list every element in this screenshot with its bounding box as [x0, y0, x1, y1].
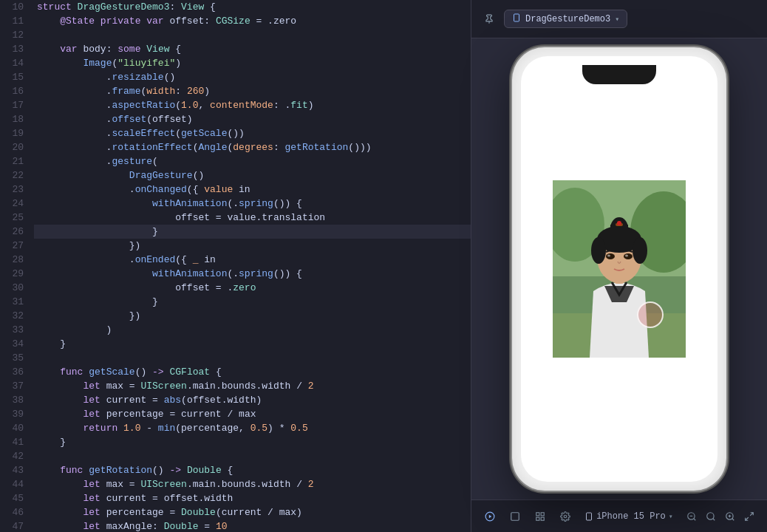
code-line-40: return 1.0 - min(percentage, 0.5) * 0.5 — [34, 421, 471, 435]
portrait-image — [553, 180, 686, 358]
cursor-circle — [637, 301, 664, 328]
code-line-45: let current = offset.width — [34, 491, 471, 505]
zoom-out-button[interactable] — [683, 508, 700, 525]
code-line-21: .gesture( — [34, 154, 471, 168]
code-line-14: Image("liuyifei") — [34, 56, 471, 70]
zoom-controls — [683, 508, 758, 525]
preview-panel: DragGestureDemo3 ▾ — [471, 0, 767, 532]
code-line-11: @State private var offset: CGSize = .zer… — [34, 14, 471, 28]
bottom-left-icons — [480, 507, 575, 526]
code-line-27: }) — [34, 239, 471, 253]
code-line-22: DragGesture() — [34, 168, 471, 183]
settings-button[interactable] — [556, 507, 575, 526]
code-line-24: withAnimation(.spring()) { — [34, 197, 471, 211]
preview-toolbar: DragGestureDemo3 ▾ — [471, 0, 767, 38]
zoom-fit-button[interactable] — [702, 508, 720, 525]
code-line-29: withAnimation(.spring()) { — [34, 267, 471, 281]
svg-line-40 — [750, 512, 753, 515]
code-line-26: } — [34, 225, 471, 239]
line-numbers: 1011121314151617181920212223242526272829… — [0, 0, 31, 532]
code-line-35 — [34, 351, 471, 365]
chevron-down-icon: ▾ — [615, 15, 619, 24]
device-selector-label: DragGestureDemo3 — [525, 14, 610, 24]
svg-point-28 — [564, 515, 567, 518]
grid-button[interactable] — [531, 507, 550, 526]
svg-point-13 — [591, 237, 606, 264]
svg-rect-24 — [536, 512, 539, 515]
code-line-47: let maxAngle: Double = 10 — [34, 519, 471, 532]
code-line-41: } — [34, 435, 471, 449]
code-line-18: .offset(offset) — [34, 112, 471, 126]
code-line-37: let max = UIScreen.main.bounds.width / 2 — [34, 379, 471, 393]
code-line-31: } — [34, 295, 471, 309]
code-line-46: let percentage = Double(current / max) — [34, 505, 471, 519]
iphone-image-container[interactable] — [553, 180, 686, 358]
svg-point-15 — [606, 253, 615, 259]
code-line-23: .onChanged({ value in — [34, 183, 471, 197]
svg-marker-22 — [489, 514, 492, 518]
code-line-32: }) — [34, 309, 471, 323]
svg-point-34 — [707, 512, 714, 519]
device-selector[interactable]: DragGestureDemo3 ▾ — [504, 10, 627, 28]
code-line-33: ) — [34, 323, 471, 337]
code-editor: 1011121314151617181920212223242526272829… — [0, 0, 471, 532]
device-label[interactable]: iPhone 15 Pro ▾ — [584, 511, 673, 522]
preview-area — [471, 38, 767, 499]
code-line-19: .scaleEffect(getScale()) — [34, 126, 471, 140]
svg-point-14 — [633, 237, 647, 264]
code-line-17: .aspectRatio(1.0, contentMode: .fit) — [34, 98, 471, 112]
svg-rect-26 — [536, 517, 539, 520]
code-line-12 — [34, 28, 471, 42]
code-line-25: offset = value.translation — [34, 211, 471, 225]
code-line-43: func getRotation() -> Double { — [34, 463, 471, 477]
code-line-39: let percentage = current / max — [34, 407, 471, 421]
code-content: 1011121314151617181920212223242526272829… — [0, 0, 471, 532]
code-lines: struct DragGestureDemo3: View { @State p… — [31, 0, 471, 532]
inspect-button[interactable] — [505, 507, 525, 526]
phone-icon — [584, 511, 593, 522]
svg-rect-27 — [541, 517, 544, 520]
iphone-mockup — [512, 47, 726, 491]
iphone-screen — [521, 56, 717, 482]
svg-rect-12 — [610, 225, 628, 239]
iphone-notch — [582, 65, 656, 84]
svg-rect-25 — [541, 512, 544, 515]
device-name-label: iPhone 15 Pro — [596, 511, 666, 522]
code-line-44: let max = UIScreen.main.bounds.width / 2 — [34, 477, 471, 491]
code-line-28: .onEnded({ _ in — [34, 253, 471, 267]
zoom-actual-button[interactable] — [740, 508, 758, 525]
run-button[interactable] — [480, 507, 500, 526]
device-chevron-icon: ▾ — [669, 512, 673, 521]
svg-rect-23 — [511, 512, 519, 520]
svg-line-37 — [732, 518, 734, 520]
bottom-toolbar: iPhone 15 Pro ▾ — [471, 499, 767, 532]
pin-icon[interactable] — [480, 10, 498, 28]
code-line-10: struct DragGestureDemo3: View { — [34, 0, 471, 14]
svg-point-16 — [624, 253, 633, 259]
device-selector-icon — [512, 13, 521, 24]
code-line-20: .rotationEffect(Angle(degrees: getRotati… — [34, 140, 471, 154]
code-line-15: .resizable() — [34, 70, 471, 84]
code-line-36: func getScale() -> CGFloat { — [34, 365, 471, 379]
svg-line-32 — [694, 518, 696, 520]
code-line-30: offset = .zero — [34, 281, 471, 295]
svg-line-41 — [746, 517, 749, 520]
code-line-13: var body: some View { — [34, 42, 471, 56]
code-line-38: let current = abs(offset.width) — [34, 393, 471, 407]
svg-point-18 — [625, 255, 628, 257]
code-line-42 — [34, 449, 471, 463]
zoom-in-button[interactable] — [721, 508, 739, 525]
svg-point-20 — [617, 221, 621, 225]
code-line-16: .frame(width: 260) — [34, 84, 471, 98]
svg-line-35 — [713, 518, 715, 520]
code-line-34: } — [34, 337, 471, 351]
svg-point-17 — [607, 255, 610, 257]
